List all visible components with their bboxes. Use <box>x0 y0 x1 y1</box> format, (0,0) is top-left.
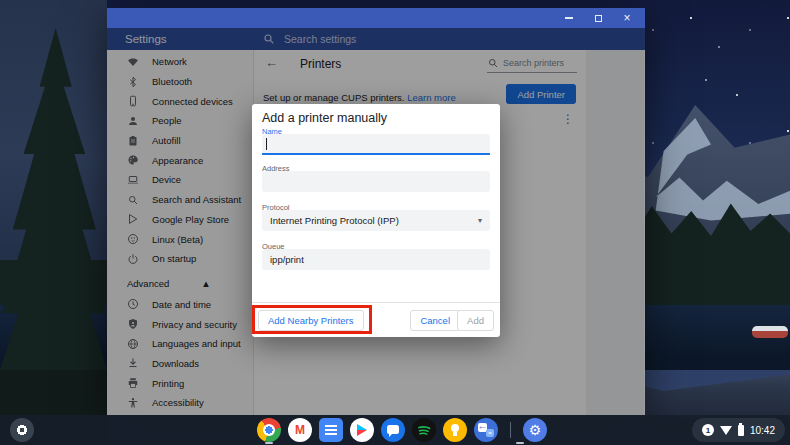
launcher-button[interactable] <box>10 418 34 442</box>
gmail-icon[interactable]: M <box>288 418 312 442</box>
system-tray[interactable]: 1 10:42 <box>692 418 785 442</box>
chrome-icon[interactable] <box>257 418 281 442</box>
queue-input[interactable]: ipp/print <box>262 249 490 270</box>
calculator-icon[interactable] <box>474 418 498 442</box>
name-input[interactable] <box>262 134 490 155</box>
chevron-down-icon: ▾ <box>478 210 482 231</box>
queue-value: ipp/print <box>270 254 304 265</box>
chrome-running-indicator <box>265 442 273 444</box>
maximize-icon[interactable] <box>592 12 604 24</box>
shelf-separator <box>510 422 511 438</box>
spotify-waves <box>412 418 436 442</box>
protocol-value: Internet Printing Protocol (IPP) <box>270 215 399 226</box>
shelf: M ⚙ 1 10:42 <box>0 415 790 445</box>
battery-icon <box>738 425 744 436</box>
dialog-title: Add a printer manually <box>262 111 387 125</box>
spotify-icon[interactable] <box>412 418 436 442</box>
add-printer-dialog: Add a printer manually Name Address Prot… <box>252 104 500 337</box>
notification-count-icon: 1 <box>702 424 714 436</box>
docs-icon[interactable] <box>319 418 343 442</box>
settings-window: × Settings Search settings Network <box>107 8 645 415</box>
settings-icon[interactable]: ⚙ <box>523 418 547 442</box>
add-button-disabled[interactable]: Add <box>457 310 494 331</box>
shelf-apps: M ⚙ <box>257 418 547 442</box>
dialog-footer-divider <box>252 302 500 303</box>
settings-running-indicator <box>516 442 524 444</box>
play-store-icon[interactable] <box>350 418 374 442</box>
keep-icon[interactable] <box>443 418 467 442</box>
wifi-status-icon <box>720 426 732 435</box>
add-nearby-printers-button[interactable]: Add Nearby Printers <box>258 310 364 331</box>
address-input[interactable] <box>262 171 490 192</box>
window-titlebar[interactable]: × <box>107 8 645 28</box>
text-cursor <box>266 138 267 150</box>
minimize-icon[interactable] <box>563 12 575 24</box>
messages-icon[interactable] <box>381 418 405 442</box>
wallpaper-boat <box>752 326 788 338</box>
clock: 10:42 <box>750 425 775 436</box>
cancel-button[interactable]: Cancel <box>410 310 460 331</box>
protocol-select[interactable]: Internet Printing Protocol (IPP) ▾ <box>262 210 490 231</box>
play-triangle <box>357 424 367 436</box>
screen: × Settings Search settings Network <box>0 0 790 445</box>
close-icon[interactable]: × <box>621 12 633 24</box>
